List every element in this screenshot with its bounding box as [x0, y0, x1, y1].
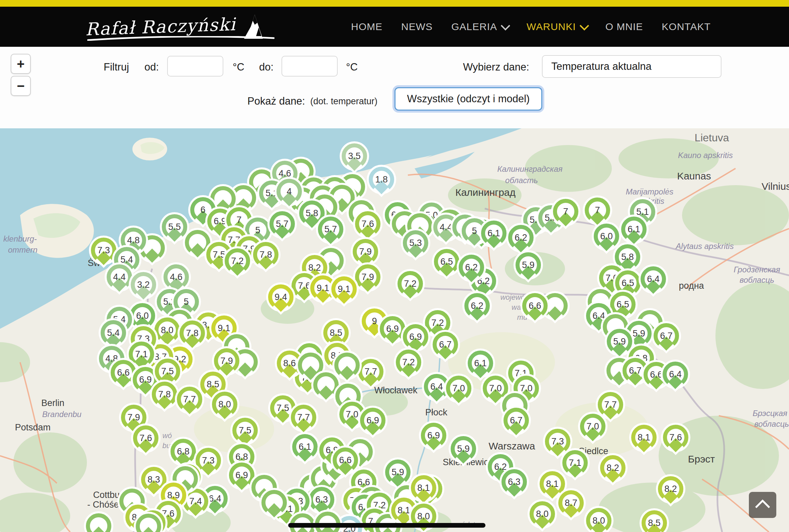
temperature-marker[interactable]: 7.5: [155, 359, 180, 384]
temperature-marker[interactable]: 8.2: [658, 476, 683, 501]
temperature-marker[interactable]: 6.4: [663, 362, 688, 387]
temperature-marker[interactable]: 6.8: [170, 439, 196, 464]
temperature-marker[interactable]: 6.2: [508, 225, 533, 250]
temperature-marker[interactable]: 4: [277, 179, 302, 204]
temperature-marker[interactable]: 1.8: [369, 167, 394, 192]
temperature-marker[interactable]: [313, 372, 339, 398]
temperature-marker[interactable]: 7.3: [195, 448, 221, 473]
temperature-marker[interactable]: 6.6: [111, 360, 136, 385]
temperature-marker[interactable]: 6.6: [522, 293, 548, 319]
temperature-marker[interactable]: 6.5: [434, 249, 459, 274]
temperature-marker[interactable]: 5.7: [318, 216, 343, 242]
temp-to-input[interactable]: [282, 56, 338, 77]
temperature-marker[interactable]: 7.7: [177, 387, 202, 412]
temperature-marker[interactable]: 7.6: [133, 425, 158, 451]
temperature-marker[interactable]: 8.1: [540, 471, 565, 497]
temperature-marker[interactable]: 7.6: [355, 211, 380, 236]
temperature-marker[interactable]: 6.2: [464, 293, 490, 319]
site-logo[interactable]: Rafał Raczyński: [85, 10, 269, 44]
temperature-marker[interactable]: 8.0: [212, 392, 237, 417]
temperature-marker[interactable]: 6.7: [654, 323, 679, 348]
show-mode-button[interactable]: Wszystkie (odczyt i model): [394, 87, 542, 111]
nav-item-galeria[interactable]: GALERIA: [451, 21, 508, 33]
temperature-marker[interactable]: 7.8: [180, 321, 205, 346]
temperature-marker[interactable]: [334, 353, 360, 378]
temperature-marker[interactable]: 5.9: [385, 459, 411, 485]
temperature-marker[interactable]: 7.3: [545, 429, 570, 454]
temperature-marker[interactable]: 4.6: [164, 264, 189, 290]
temperature-marker[interactable]: 7.0: [446, 376, 471, 401]
temperature-marker[interactable]: 6.7: [433, 332, 458, 357]
temperature-marker[interactable]: 6.2: [459, 255, 484, 280]
temperature-marker[interactable]: 4.4: [107, 264, 132, 290]
temperature-marker[interactable]: 8.0: [530, 501, 555, 527]
temperature-marker[interactable]: 7.8: [253, 242, 279, 267]
scroll-to-top-button[interactable]: [749, 492, 776, 518]
temperature-marker[interactable]: 6.3: [309, 487, 334, 512]
temperature-marker[interactable]: 9.4: [268, 284, 294, 310]
nav-item-o-mnie[interactable]: O MNIE: [605, 21, 643, 33]
temperature-marker[interactable]: 6.9: [403, 324, 428, 349]
temperature-marker[interactable]: 6.9: [229, 462, 255, 488]
temperature-marker[interactable]: 6.7: [504, 408, 529, 433]
temperature-marker[interactable]: 6.1: [468, 350, 493, 376]
temperature-marker[interactable]: 7.8: [152, 382, 177, 407]
temperature-marker[interactable]: 6.3: [502, 469, 527, 495]
temperature-marker[interactable]: 5.5: [162, 214, 187, 240]
temp-from-input[interactable]: [167, 56, 223, 77]
temperature-marker[interactable]: 7.9: [355, 264, 380, 290]
temperature-marker[interactable]: 5.7: [269, 211, 295, 236]
zoom-out-button[interactable]: −: [11, 76, 31, 96]
temperature-marker[interactable]: 5.4: [101, 320, 126, 345]
temperature-marker[interactable]: 8.0: [586, 508, 612, 532]
nav-item-home[interactable]: HOME: [351, 21, 382, 33]
temperature-marker[interactable]: 5.9: [515, 252, 541, 278]
temperature-marker[interactable]: 6.4: [641, 266, 666, 292]
nav-item-news[interactable]: NEWS: [401, 21, 433, 33]
temperature-marker[interactable]: 6.9: [380, 316, 405, 342]
temperature-marker[interactable]: 9.1: [331, 277, 357, 302]
temperature-marker[interactable]: 8.2: [600, 455, 625, 480]
temperature-marker[interactable]: 5.8: [615, 244, 640, 270]
temperature-marker[interactable]: 5.9: [607, 329, 632, 354]
temperature-marker[interactable]: 7.3: [91, 238, 116, 263]
temperature-marker[interactable]: 6.0: [594, 224, 619, 249]
temperature-marker[interactable]: 6.6: [333, 448, 358, 473]
temperature-marker[interactable]: 6.1: [621, 216, 646, 242]
temperature-marker[interactable]: 6.1: [481, 221, 507, 246]
temperature-marker[interactable]: 7.1: [562, 450, 588, 476]
temperature-marker[interactable]: 7.2: [396, 349, 421, 375]
temperature-marker[interactable]: 7.2: [397, 271, 423, 297]
temperature-marker[interactable]: 6.9: [421, 423, 446, 448]
weather-map[interactable]: klenburg-ommernŚwBerlinPotsdamBrandenbuC…: [0, 128, 789, 532]
nav-item-warunki[interactable]: WARUNKI: [527, 21, 587, 33]
temperature-marker[interactable]: 7: [585, 197, 610, 223]
temperature-marker[interactable]: 5.9: [451, 436, 476, 461]
temperature-marker[interactable]: 7.9: [353, 239, 378, 264]
temperature-marker[interactable]: 3.2: [131, 272, 156, 298]
data-type-select[interactable]: Temperatura aktualna: [542, 55, 721, 78]
temperature-marker[interactable]: 6.1: [292, 434, 318, 459]
temperature-marker[interactable]: 7.2: [225, 248, 250, 274]
temperature-marker[interactable]: 7.7: [291, 405, 316, 430]
temperature-marker[interactable]: 7.0: [483, 376, 508, 401]
temperature-marker[interactable]: 6.0: [130, 303, 155, 328]
temperature-marker[interactable]: 7.7: [598, 392, 623, 417]
temperature-marker[interactable]: 7.5: [232, 418, 258, 443]
temperature-marker[interactable]: 7.1: [129, 342, 154, 367]
temperature-marker[interactable]: 7.4: [183, 489, 208, 514]
temperature-marker[interactable]: 7.0: [580, 414, 605, 439]
temperature-marker[interactable]: 6.5: [610, 292, 636, 317]
temperature-marker[interactable]: 3.5: [342, 144, 367, 169]
temperature-marker[interactable]: 8.1: [631, 425, 657, 450]
temperature-marker[interactable]: 7: [553, 199, 578, 224]
nav-item-kontakt[interactable]: KONTAKT: [662, 21, 710, 33]
temperature-marker[interactable]: 5.3: [403, 230, 428, 255]
temperature-marker[interactable]: 8.1: [411, 475, 436, 500]
temperature-marker[interactable]: 8.5: [323, 320, 349, 345]
temperature-marker[interactable]: [261, 490, 287, 515]
zoom-in-button[interactable]: +: [11, 54, 31, 74]
temperature-marker[interactable]: 6.4: [424, 374, 449, 399]
temperature-marker[interactable]: 6.9: [360, 408, 386, 433]
temperature-marker[interactable]: 8.0: [154, 318, 180, 343]
